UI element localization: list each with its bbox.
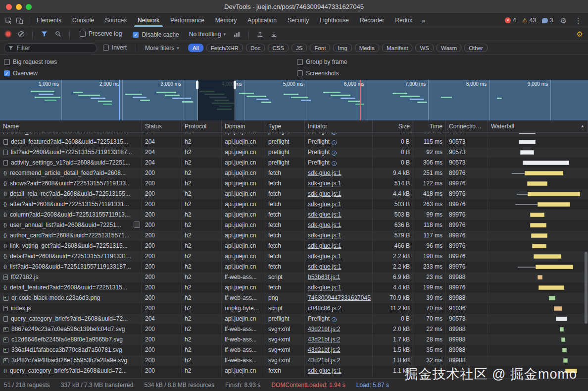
initiator-link[interactable]: sdk-glue.js:1 [308, 263, 341, 270]
filter-input[interactable] [16, 44, 93, 52]
table-row[interactable]: index.js200h2unpkg.byte...scriptc048c86.… [0, 303, 588, 314]
filter-chip-fetch-xhr[interactable]: Fetch/XHR [206, 44, 243, 52]
close-window-button[interactable] [6, 4, 12, 10]
minimize-window-button[interactable] [16, 4, 22, 10]
table-row[interactable]: qr-code-black-mode.c23a6d3.png200h2lf-we… [0, 293, 588, 303]
table-row[interactable]: 8867e249c23a7c0ea596c139befc04d7.svg200h… [0, 324, 588, 335]
preflight-info-icon[interactable]: i [332, 161, 337, 166]
initiator-link[interactable]: sdk-glue.js:1 [308, 222, 341, 228]
network-conditions-icon[interactable] [232, 29, 243, 40]
column-header-protocol[interactable]: Protocol [182, 120, 222, 133]
network-settings-gear-icon[interactable]: ⚙ [576, 30, 584, 38]
table-row[interactable]: {}recommend_article_detail_feed?aid=2608… [0, 168, 588, 178]
vertical-scrollbar[interactable] [585, 252, 588, 324]
selection-handle-right[interactable] [234, 81, 236, 89]
initiator-link[interactable]: 43d21bf.js:2 [308, 326, 340, 333]
table-row[interactable]: detail_featured?aid=2608&uuid=72251315..… [0, 133, 588, 137]
initiator-link[interactable]: sdk-glue.js:1 [308, 253, 341, 260]
throttling-dropdown[interactable]: No throttling ▾ [186, 31, 229, 38]
table-row[interactable]: detail_featured?aid=2608&uuid=72251315..… [0, 137, 588, 147]
column-header-name[interactable]: Name [0, 120, 142, 133]
preserve-log-checkbox[interactable]: Preserve log [76, 30, 126, 37]
filter-toggle-icon[interactable] [39, 29, 49, 40]
filter-chip-all[interactable]: All [188, 44, 203, 52]
table-row[interactable]: {}link_voting_get?aid=2608&uuid=72251315… [0, 241, 588, 251]
error-badge[interactable]: ✕ 4 [505, 17, 516, 24]
column-header-initiator[interactable]: Initiator [305, 120, 373, 133]
tab-lighthouse[interactable]: Lighthouse [314, 14, 354, 27]
inspect-element-icon[interactable] [3, 15, 14, 26]
search-icon[interactable] [52, 29, 63, 40]
filter-chip-css[interactable]: CSS [268, 44, 289, 52]
initiator-link[interactable]: 43d21bf.js:2 [308, 346, 340, 353]
table-row[interactable]: {}detail_featured?aid=2608&uuid=72251315… [0, 282, 588, 293]
initiator-link[interactable]: sdk-glue.js:1 [308, 169, 341, 176]
initiator-link[interactable]: sdk-glue.js:1 [308, 201, 341, 208]
more-tabs-button[interactable]: » [418, 17, 429, 24]
row-action-icon[interactable] [134, 222, 140, 228]
tab-security[interactable]: Security [282, 14, 314, 27]
option-group-by-frame-checkbox[interactable]: Group by frame [293, 58, 588, 65]
clear-network-log-icon[interactable] [18, 31, 24, 37]
initiator-link[interactable]: b53b63f.js:1 [308, 274, 340, 280]
table-row[interactable]: {}user_annual_list?aid=2608&uuid=72251..… [0, 220, 588, 230]
initiator-link[interactable]: sdk-glue.js:1 [308, 242, 341, 249]
table-row[interactable]: {}query_category_briefs?aid=2608&uuid=72… [0, 366, 588, 376]
table-row[interactable]: 3d482c7a948bac826e155953b2a28a9e.svg200h… [0, 355, 588, 366]
tab-recorder[interactable]: Recorder [354, 14, 390, 27]
initiator-link[interactable]: sdk-glue.js:1 [308, 180, 341, 187]
export-har-icon[interactable] [269, 29, 280, 40]
table-row[interactable]: f027182.js200h2lf-web-ass...scriptb53b63… [0, 272, 588, 282]
table-row[interactable]: {}column?aid=2608&uuid=722513155711913..… [0, 210, 588, 220]
initiator-link[interactable]: sdk-glue.js:1 [308, 190, 341, 197]
tab-console[interactable]: Console [67, 14, 99, 27]
column-header-waterfall[interactable]: Waterfall▲ [488, 120, 588, 133]
tab-sources[interactable]: Sources [99, 14, 132, 27]
kebab-menu-icon[interactable]: ⋮ [574, 17, 583, 24]
table-row[interactable]: {}list?aid=2608&uuid=7225131557119133187… [0, 262, 588, 272]
table-row[interactable]: list?aid=2608&uuid=7225131557119133187..… [0, 147, 588, 158]
filter-chip-other[interactable]: Other [464, 44, 488, 52]
column-header-status[interactable]: Status [142, 120, 182, 133]
table-row[interactable]: {}detail_rela_rec?aid=2608&uuid=72251315… [0, 189, 588, 199]
table-row[interactable]: c12d6646efb2245fa4e88f0e1a9565b7.svg200h… [0, 335, 588, 345]
more-filters-dropdown[interactable]: More filters ▾ [141, 45, 183, 52]
initiator-link[interactable]: 43d21bf.js:2 [308, 336, 340, 343]
warning-badge[interactable]: ⚠ 43 [522, 17, 536, 24]
column-header-domain[interactable]: Domain [222, 120, 265, 133]
table-row[interactable]: {}author_card?aid=2608&uuid=72251315571.… [0, 230, 588, 241]
table-row[interactable]: {}after?aid=2608&uuid=72251315571191331.… [0, 199, 588, 210]
initiator-link[interactable]: sdk-glue.js:1 [308, 211, 341, 218]
invert-checkbox[interactable]: Invert [99, 44, 131, 51]
tab-network[interactable]: Network [132, 14, 165, 27]
initiator-link[interactable]: 7463009447331627045 [308, 294, 371, 301]
filter-chip-doc[interactable]: Doc [246, 44, 265, 52]
column-header-size[interactable]: Size [373, 120, 413, 133]
table-row[interactable]: query_category_briefs?aid=2608&uuid=72..… [0, 314, 588, 324]
disable-cache-checkbox[interactable]: ✓Disable cache [129, 31, 183, 38]
filter-chip-font[interactable]: Font [310, 44, 330, 52]
column-header-time[interactable]: Time [413, 120, 446, 133]
preflight-info-icon[interactable]: i [332, 133, 337, 135]
table-row[interactable]: 336af4d1fafabcca3b770c8ad7a50781.svg200h… [0, 345, 588, 355]
overview-timeline[interactable]: 1,000 ms2,000 ms3,000 ms4,000 ms5,000 ms… [0, 80, 588, 120]
filter-chip-wasm[interactable]: Wasm [437, 44, 461, 52]
initiator-link[interactable]: sdk-glue.js:1 [308, 284, 341, 291]
filter-chip-manifest[interactable]: Manifest [382, 44, 412, 52]
table-row[interactable]: activity_settings_v1?aid=2608&uuid=72251… [0, 158, 588, 168]
tab-performance[interactable]: Performance [165, 14, 210, 27]
filter-chip-img[interactable]: Img [333, 44, 351, 52]
tab-memory[interactable]: Memory [210, 14, 242, 27]
issues-badge[interactable]: 3 [542, 17, 553, 24]
tab-redux[interactable]: Redux [390, 14, 418, 27]
selection-window[interactable] [197, 80, 235, 120]
import-har-icon[interactable] [255, 29, 266, 40]
settings-gear-icon[interactable]: ⚙ [559, 17, 568, 24]
option-big-request-rows-checkbox[interactable]: Big request rows [0, 58, 293, 65]
initiator-link[interactable]: sdk-glue.js:1 [308, 367, 341, 374]
record-network-log-button[interactable] [6, 32, 10, 36]
column-header-connectio[interactable]: Connectio… [446, 120, 488, 133]
option-overview-checkbox[interactable]: ✓Overview [0, 70, 293, 77]
selection-handle-left[interactable] [196, 81, 198, 89]
tab-elements[interactable]: Elements [31, 14, 67, 27]
